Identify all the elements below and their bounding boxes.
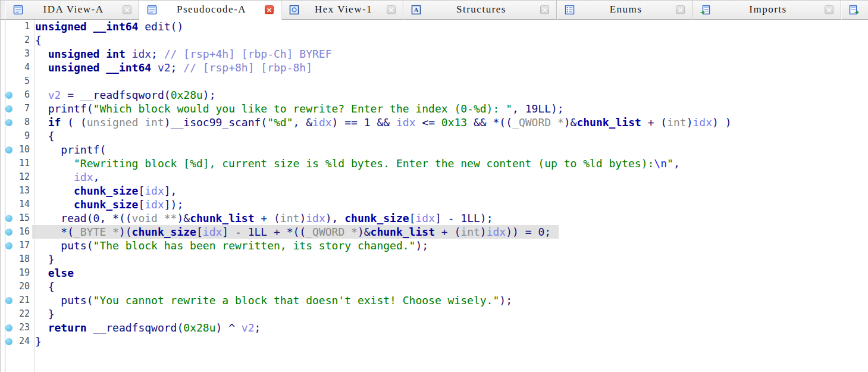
breakpoint-margin[interactable] <box>1 115 14 129</box>
code-token: "The block has been rewritten, its story… <box>93 239 416 252</box>
breakpoint-dot[interactable] <box>5 324 12 332</box>
tab-close-button[interactable]: × <box>540 5 549 14</box>
code-line-13[interactable]: 13 chunk_size[idx], <box>1 184 868 198</box>
code-token: puts <box>61 239 86 252</box>
tab-bar: IDA View-A×Pseudocode-A×Hex View-1×AStru… <box>1 0 868 20</box>
code-token <box>35 157 74 170</box>
code-token: puts <box>61 294 86 307</box>
breakpoint-margin[interactable] <box>1 211 14 225</box>
breakpoint-margin[interactable] <box>1 321 14 335</box>
code-token: + ( <box>255 212 280 224</box>
breakpoint-dot[interactable] <box>5 297 12 304</box>
breakpoint-margin[interactable] <box>1 307 14 321</box>
tab-close-button[interactable]: × <box>123 5 131 14</box>
code-token: ); <box>499 294 512 307</box>
code-line-4[interactable]: 4 unsigned __int64 v2; // [rsp+8h] [rbp-… <box>1 61 868 74</box>
code-token: _QWORD * <box>512 116 564 129</box>
code-line-3[interactable]: 3 unsigned int idx; // [rsp+4h] [rbp-Ch]… <box>1 47 868 61</box>
tab-partial[interactable] <box>841 1 868 20</box>
code-line-23[interactable]: 23 return __readfsqword(0x28u) ^ v2; <box>1 321 868 335</box>
code-line-19[interactable]: 19 else <box>1 266 868 280</box>
code-line-8[interactable]: 8 if ( (unsigned int)__isoc99_scanf("%d"… <box>1 115 868 129</box>
code-token: chunk_list <box>576 116 641 129</box>
tab-imports[interactable]: Imports× <box>692 1 841 20</box>
breakpoint-margin[interactable] <box>1 20 14 33</box>
code-line-17[interactable]: 17 puts("The block has been rewritten, i… <box>1 239 868 252</box>
breakpoint-margin[interactable] <box>1 129 14 143</box>
code-line-12[interactable]: 12 idx, <box>1 170 868 184</box>
breakpoint-dot[interactable] <box>5 119 12 126</box>
code-token: ( <box>87 294 93 307</box>
code-line-22[interactable]: 22 } <box>1 307 868 321</box>
code-line-20[interactable]: 20 { <box>1 280 868 293</box>
breakpoint-dot[interactable] <box>5 229 12 236</box>
breakpoint-margin[interactable] <box>1 47 14 61</box>
breakpoint-margin[interactable] <box>1 225 14 239</box>
code-line-10[interactable]: 10 printf( <box>1 143 868 157</box>
breakpoint-margin[interactable] <box>1 293 14 307</box>
ida-window: IDA View-A×Pseudocode-A×Hex View-1×AStru… <box>0 0 868 372</box>
code-token: )& <box>358 226 371 238</box>
tab-close-button[interactable]: × <box>265 5 274 14</box>
tab-close-button[interactable]: × <box>387 5 396 14</box>
line-number: 5 <box>14 74 32 88</box>
breakpoint-dot[interactable] <box>5 146 12 154</box>
code-token: "You cannot rewrite a block that doesn't… <box>93 294 500 307</box>
code-token: ( ( <box>61 116 86 129</box>
tab-hex-view-1[interactable]: Hex View-1× <box>281 1 403 20</box>
code-token: chunk_size <box>74 185 138 197</box>
breakpoint-dot[interactable] <box>5 242 12 249</box>
code-text: else <box>32 266 74 280</box>
breakpoint-margin[interactable] <box>1 143 14 157</box>
code-line-14[interactable]: 14 chunk_size[idx]); <box>1 198 868 211</box>
code-line-5[interactable]: 5 <box>1 74 868 88</box>
line-number: 7 <box>14 102 32 115</box>
tab-structures[interactable]: AStructures× <box>403 1 557 20</box>
breakpoint-margin[interactable] <box>1 239 14 252</box>
tab-pseudocode-a[interactable]: Pseudocode-A× <box>139 1 281 20</box>
breakpoint-margin[interactable] <box>1 157 14 170</box>
breakpoint-margin[interactable] <box>1 88 14 102</box>
struct-icon: A <box>411 5 421 15</box>
tab-ida-view-a[interactable]: IDA View-A× <box>5 1 139 20</box>
tab-close-button[interactable]: × <box>825 5 833 14</box>
tab-label: Pseudocode-A <box>161 4 265 17</box>
code-line-24[interactable]: 24} <box>1 335 868 348</box>
line-number: 10 <box>14 143 32 157</box>
code-line-18[interactable]: 18 } <box>1 252 868 266</box>
tab-enums[interactable]: Enums× <box>557 1 692 20</box>
view-icon <box>13 5 23 15</box>
tab-close-button[interactable]: × <box>676 5 685 14</box>
code-token: ) <box>299 212 306 224</box>
breakpoint-margin[interactable] <box>1 198 14 211</box>
code-token: ] - 1LL + *(( <box>222 226 306 238</box>
breakpoint-margin[interactable] <box>1 280 14 293</box>
import-icon <box>700 5 710 15</box>
code-token <box>35 143 61 156</box>
breakpoint-margin[interactable] <box>1 33 14 47</box>
breakpoint-margin[interactable] <box>1 335 14 348</box>
breakpoint-margin[interactable] <box>1 102 14 115</box>
breakpoint-dot[interactable] <box>5 105 12 112</box>
breakpoint-dot[interactable] <box>5 92 12 99</box>
hex-icon <box>289 5 299 15</box>
breakpoint-margin[interactable] <box>1 266 14 280</box>
breakpoint-dot[interactable] <box>5 338 12 345</box>
code-line-9[interactable]: 9 { <box>1 129 868 143</box>
code-line-2[interactable]: 2{ <box>1 33 868 47</box>
breakpoint-margin[interactable] <box>1 61 14 74</box>
breakpoint-margin[interactable] <box>1 184 14 198</box>
code-token: " <box>667 157 673 170</box>
line-number: 2 <box>14 33 32 47</box>
breakpoint-margin[interactable] <box>1 252 14 266</box>
breakpoint-dot[interactable] <box>5 215 12 222</box>
code-line-21[interactable]: 21 puts("You cannot rewrite a block that… <box>1 293 868 307</box>
code-line-16[interactable]: 16 *(_BYTE *)(chunk_size[idx] - 1LL + *(… <box>1 225 868 239</box>
breakpoint-margin[interactable] <box>1 74 14 88</box>
code-line-1[interactable]: 1unsigned __int64 edit() <box>1 20 868 33</box>
code-line-15[interactable]: 15 read(0, *((void **)&chunk_list + (int… <box>1 211 868 225</box>
code-line-11[interactable]: 11 "Rewriting block [%d], current size i… <box>1 157 868 170</box>
breakpoint-margin[interactable] <box>1 170 14 184</box>
code-line-7[interactable]: 7 printf("Which block would you like to … <box>1 102 868 115</box>
code-line-6[interactable]: 6 v2 = __readfsqword(0x28u); <box>1 88 868 102</box>
